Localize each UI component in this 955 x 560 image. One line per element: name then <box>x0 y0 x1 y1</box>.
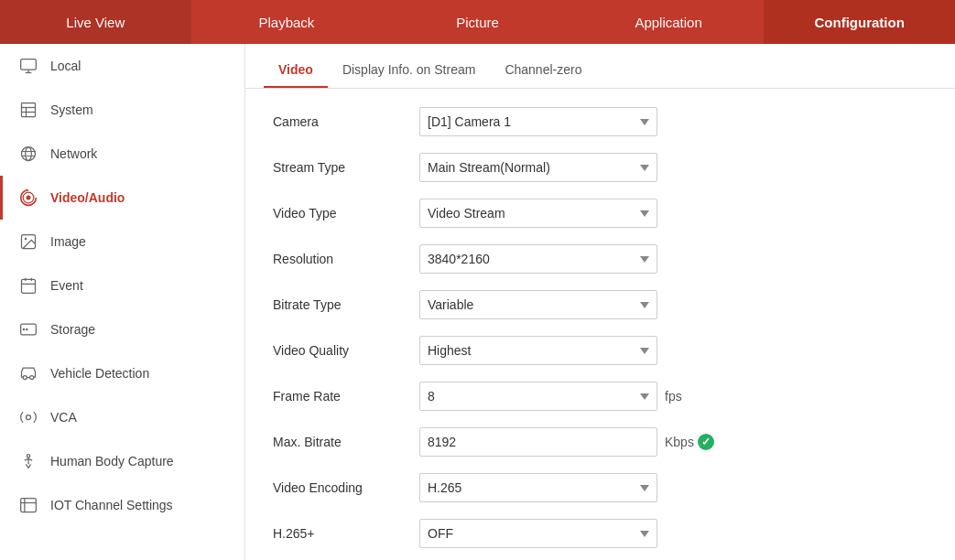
frame-rate-label: Frame Rate <box>273 389 419 404</box>
frame-rate-unit: fps <box>665 389 682 404</box>
h265plus-row: H.265+ OFF <box>273 519 928 548</box>
video-encoding-label: Video Encoding <box>273 480 419 495</box>
sidebar-label-vca: VCA <box>50 410 77 425</box>
h265plus-label: H.265+ <box>273 526 419 541</box>
svg-rect-0 <box>21 59 37 70</box>
svg-line-28 <box>27 464 29 468</box>
sidebar-item-storage[interactable]: Storage <box>0 307 244 351</box>
sidebar-item-iot[interactable]: IOT Channel Settings <box>0 483 244 527</box>
sidebar-item-videoaudio[interactable]: Video/Audio <box>0 176 244 220</box>
frame-rate-select[interactable]: 8 <box>419 382 657 411</box>
sidebar: Local System Network Video/Audio <box>0 44 245 560</box>
sidebar-label-event: Event <box>50 278 83 293</box>
tab-display-info[interactable]: Display Info. on Stream <box>328 53 491 88</box>
camera-row: Camera [D1] Camera 1 <box>273 107 928 136</box>
bitrate-valid-icon: ✓ <box>698 434 714 450</box>
main-content: Video Display Info. on Stream Channel-ze… <box>245 44 955 560</box>
nav-application[interactable]: Application <box>573 0 765 44</box>
sidebar-item-network[interactable]: Network <box>0 132 244 176</box>
stream-type-row: Stream Type Main Stream(Normal) <box>273 153 928 182</box>
nav-playback[interactable]: Playback <box>191 0 383 44</box>
svg-point-14 <box>25 238 27 241</box>
svg-point-22 <box>23 376 27 380</box>
camera-label: Camera <box>273 114 419 129</box>
sidebar-label-videoaudio: Video/Audio <box>50 190 125 205</box>
resolution-label: Resolution <box>273 252 419 266</box>
event-icon <box>17 275 39 296</box>
sidebar-label-vehicle: Vehicle Detection <box>50 366 149 381</box>
monitor-icon <box>17 55 39 77</box>
nav-configuration[interactable]: Configuration <box>764 0 955 44</box>
svg-point-8 <box>26 147 32 161</box>
sidebar-label-local: Local <box>50 59 81 73</box>
resolution-row: Resolution 3840*2160 <box>273 244 928 274</box>
video-quality-row: Video Quality Highest <box>273 336 928 365</box>
sidebar-item-event[interactable]: Event <box>0 264 244 307</box>
sidebar-label-network: Network <box>50 146 97 161</box>
video-form: Camera [D1] Camera 1 Stream Type Main St… <box>245 89 955 560</box>
sidebar-item-human-body[interactable]: Human Body Capture <box>0 439 244 483</box>
max-bitrate-label: Max. Bitrate <box>273 435 419 449</box>
top-navigation: Live View Playback Picture Application C… <box>0 0 955 44</box>
videoaudio-icon <box>17 187 39 209</box>
sidebar-label-storage: Storage <box>50 322 95 337</box>
sidebar-label-image: Image <box>50 234 86 249</box>
nav-live-view[interactable]: Live View <box>0 0 191 44</box>
bitrate-type-select[interactable]: Variable <box>419 290 657 319</box>
sidebar-item-image[interactable]: Image <box>0 220 244 264</box>
svg-point-25 <box>27 415 31 420</box>
video-type-row: Video Type Video Stream <box>273 199 928 228</box>
sidebar-label-human-body: Human Body Capture <box>50 454 174 468</box>
video-type-label: Video Type <box>273 206 419 221</box>
camera-select[interactable]: [D1] Camera 1 <box>419 107 657 136</box>
sidebar-item-system[interactable]: System <box>0 88 244 132</box>
video-quality-select[interactable]: Highest <box>419 336 657 365</box>
tab-channel-zero[interactable]: Channel-zero <box>490 53 596 88</box>
nav-picture[interactable]: Picture <box>382 0 573 44</box>
svg-line-29 <box>28 464 31 468</box>
human-body-icon <box>17 450 39 472</box>
h265plus-select[interactable]: OFF <box>419 519 657 548</box>
storage-icon <box>17 318 39 340</box>
tab-bar: Video Display Info. on Stream Channel-ze… <box>245 53 955 89</box>
svg-point-11 <box>27 196 31 200</box>
system-icon <box>17 99 39 121</box>
max-bitrate-input[interactable] <box>419 427 657 457</box>
bitrate-type-label: Bitrate Type <box>273 297 419 312</box>
svg-point-23 <box>30 376 34 380</box>
svg-point-26 <box>27 455 29 458</box>
bitrate-type-row: Bitrate Type Variable <box>273 290 928 319</box>
video-encoding-row: Video Encoding H.265 <box>273 473 928 502</box>
svg-point-7 <box>22 147 36 161</box>
video-encoding-select[interactable]: H.265 <box>419 473 657 502</box>
tab-video[interactable]: Video <box>264 53 328 88</box>
stream-type-select[interactable]: Main Stream(Normal) <box>419 153 657 182</box>
frame-rate-row: Frame Rate 8 fps <box>273 382 928 411</box>
max-bitrate-row: Max. Bitrate Kbps ✓ <box>273 427 928 457</box>
sidebar-item-local[interactable]: Local <box>0 44 244 88</box>
sidebar-item-vehicle-detection[interactable]: Vehicle Detection <box>0 351 244 395</box>
vehicle-icon <box>17 362 39 384</box>
network-icon <box>17 143 39 165</box>
max-bitrate-unit: Kbps <box>665 435 694 449</box>
stream-type-label: Stream Type <box>273 160 419 175</box>
resolution-select[interactable]: 3840*2160 <box>419 244 657 274</box>
sidebar-label-iot: IOT Channel Settings <box>50 498 173 512</box>
svg-rect-15 <box>22 279 36 293</box>
vca-icon <box>17 406 39 428</box>
video-quality-label: Video Quality <box>273 343 419 358</box>
main-layout: Local System Network Video/Audio <box>0 44 955 560</box>
svg-rect-3 <box>22 103 36 117</box>
sidebar-item-vca[interactable]: VCA <box>0 395 244 439</box>
iot-icon <box>17 494 39 516</box>
svg-rect-30 <box>21 499 37 512</box>
sidebar-label-system: System <box>50 102 93 117</box>
video-type-select[interactable]: Video Stream <box>419 199 657 228</box>
image-icon <box>17 231 39 253</box>
